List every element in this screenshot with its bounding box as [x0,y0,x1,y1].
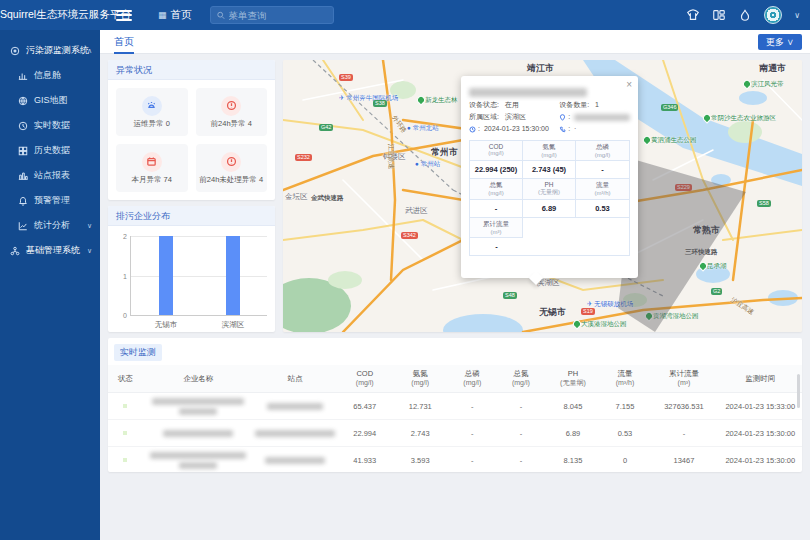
gis-map[interactable]: 常州市无锡市常熟市南通市靖江市钟楼区武进区金坛区滨湖区外环路江宜高速金武快速路三… [283,60,802,332]
sidebar-item-basic-mgmt-system[interactable]: 基础管理系统 ∨ [0,238,100,263]
bar-wuxi[interactable] [159,236,173,315]
card-operation-abnormal[interactable]: 运维异常 0 [116,88,188,136]
close-icon[interactable]: × [626,79,632,90]
redacted-enterprise-name [469,88,587,97]
device-data-table: COD(mg/l) 氨氮(mg/l) 总磷(mg/l) 22.994 (250)… [469,140,630,256]
bar-binhu[interactable] [226,236,240,315]
chevron-down-icon: ∨ [87,247,92,255]
road-shield: S39 [339,74,353,81]
device-region: 滨湖区 [505,111,526,123]
nh3n-value: 2.743 (45) [523,161,576,179]
panel-title: 排污企业分布 [108,206,275,226]
map-label: ● 常州北站 [407,124,439,133]
road-shield: S229 [675,184,692,191]
x-label: 无锡市 [141,320,191,330]
search-icon [217,11,225,20]
panel-title: 异常状况 [108,60,275,80]
map-label: 大溪港湿地公园 [573,320,627,329]
tab-home[interactable]: 首页 [114,30,134,54]
device-time: 2024-01-23 15:30:00 [484,123,549,135]
siren-icon [146,100,157,111]
sidebar-item-site-report[interactable]: 站点报表 [0,163,100,188]
menu-search-box[interactable] [210,6,334,24]
history-grid-icon [18,146,28,156]
redacted-enterprise-name [152,398,244,405]
map-label: 昆承湖 [699,262,727,271]
redacted-site-name [255,430,335,437]
map-label: 武进区 [405,206,428,216]
device-status: 在用 [505,99,519,111]
map-label: 外环路 [389,114,408,135]
report-icon [18,171,28,181]
split-screen-icon[interactable] [712,8,726,22]
org-icon [10,246,20,256]
sidebar-nav: 污染源监测系统 ∧ 信息舱 GIS地图 实时数据 历史数据 站点报表 预警管理 … [0,30,100,540]
table-row[interactable]: 65.437 12.731 - - 8.045 7.155 327636.531… [108,393,802,420]
user-avatar[interactable] [764,6,782,24]
sidebar-item-info-hub[interactable]: 信息舱 [0,63,100,88]
menu-toggle-icon[interactable] [116,10,132,21]
panel-title: 实时监测 [114,344,162,361]
more-button[interactable]: 更多 ∨ [758,34,802,50]
main-content: 异常状况 运维异常 0 前24h异常 4 本月异常 74 前24h未处理异常 4… [100,54,810,540]
map-label: 江宜高速 [386,144,395,170]
enterprise-distribution-panel: 排污企业分布 2 1 0 无锡市 滨湖区 [108,206,275,332]
sidebar-item-history-data[interactable]: 历史数据 [0,138,100,163]
card-month-abnormal[interactable]: 本月异常 74 [116,144,188,192]
table-header: 状态 企业名称 站点 COD(mg/l) 氨氮(mg/l) 总磷(mg/l) 总… [108,365,802,393]
map-label: ● 常州站 [415,160,440,169]
device-count: 1 [595,99,599,111]
calendar-icon [146,156,157,167]
line-chart-icon [18,221,28,231]
map-label: 金武快速路 [311,194,344,203]
road-shield: S48 [503,292,517,299]
abnormal-status-panel: 异常状况 运维异常 0 前24h异常 4 本月异常 74 前24h未处理异常 4 [108,60,275,200]
breadcrumb-home: 首页 [171,8,192,22]
sidebar-item-warning-mgmt[interactable]: 预警管理 [0,188,100,213]
tp-value: - [576,161,629,179]
location-pin-icon [559,114,566,121]
home-grid-icon: ▦ [158,10,167,20]
card-24h-unhandled-abnormal[interactable]: 前24h未处理异常 4 [196,144,268,192]
globe-icon [18,96,28,106]
realtime-monitor-panel: 实时监测 状态 企业名称 站点 COD(mg/l) 氨氮(mg/l) 总磷(mg… [108,338,802,472]
x-label: 滨湖区 [208,320,258,330]
redacted-site-name [265,457,325,464]
table-scrollbar[interactable] [797,374,800,408]
y-tick: 2 [115,233,127,240]
map-label: 滨江风光带 [743,80,784,89]
road-shield: S38 [373,100,387,107]
y-tick: 0 [115,312,127,319]
road-shield: S19 [581,308,595,315]
notification-flame-icon[interactable] [738,8,752,22]
table-row[interactable]: 41.933 3.593 - - 8.135 0 13467 2024-01-2… [108,447,802,472]
app-header: Squirrel生态环境云服务平台 ▦ 首页 ∨ [0,0,810,30]
sidebar-item-gis-map[interactable]: GIS地图 [0,88,100,113]
sidebar-item-realtime-data[interactable]: 实时数据 [0,113,100,138]
chevron-down-icon[interactable]: ∨ [794,11,800,20]
map-label: 无锡市 [539,306,566,319]
tab-bar: 首页 更多 ∨ [100,30,810,54]
clock-icon [469,126,476,133]
road-shield: S58 [757,200,771,207]
road-shield: G346 [661,104,678,111]
map-label: 常阴沙生态农业旅游区 [703,114,776,123]
table-row[interactable]: 22.994 2.743 - - 6.89 0.53 - 2024-01-23 … [108,420,802,447]
redacted-site-name [267,403,323,410]
map-label: 常州市 [431,146,458,159]
breadcrumb[interactable]: ▦ 首页 [158,8,192,22]
road-shield: S342 [401,232,418,239]
search-input[interactable] [229,10,327,21]
sidebar-item-pollution-system[interactable]: 污染源监测系统 ∧ [0,38,100,63]
theme-skin-icon[interactable] [686,8,700,22]
road-shield: G2 [711,288,722,295]
map-label: 靖江市 [527,62,554,75]
card-24h-abnormal[interactable]: 前24h异常 4 [196,88,268,136]
road-shield: S232 [295,154,312,161]
clock-icon [18,121,28,131]
bell-icon [18,196,28,206]
radar-icon [10,46,20,56]
map-label: 新龙生态林 [417,96,458,105]
chevron-up-icon: ∧ [87,47,92,55]
sidebar-item-statistics[interactable]: 统计分析 ∨ [0,213,100,238]
